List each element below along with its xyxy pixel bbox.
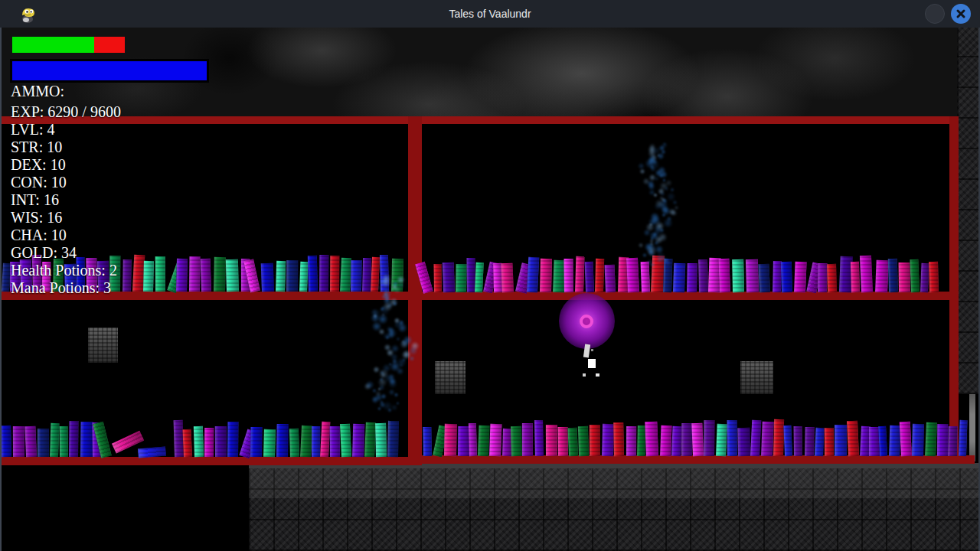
book: [575, 256, 584, 292]
book: [850, 262, 859, 293]
flame-particle: [654, 176, 659, 181]
flame-particle: [671, 210, 678, 217]
book: [286, 260, 298, 292]
book: [466, 258, 475, 292]
hud-stat-line: EXP: 6290 / 9600: [11, 103, 121, 121]
book: [1, 425, 11, 457]
hud-stat-line: AMMO:: [11, 83, 64, 100]
player-character: [583, 344, 590, 358]
book: [704, 420, 714, 456]
book: [681, 423, 692, 456]
book: [847, 421, 859, 457]
book: [687, 263, 697, 292]
book: [299, 262, 309, 292]
flame-particle: [393, 285, 401, 294]
book: [540, 259, 552, 292]
mana-bar: [10, 59, 209, 83]
book: [13, 426, 24, 457]
book: [899, 262, 910, 292]
hud-stat-line: WIS: 16: [11, 209, 62, 227]
book: [174, 420, 184, 457]
book: [875, 259, 888, 292]
book: [194, 426, 204, 457]
book: [320, 421, 330, 457]
flame-particle: [648, 250, 655, 257]
wall: [0, 457, 408, 465]
book: [727, 420, 737, 456]
book: [888, 259, 898, 293]
book: [595, 259, 604, 292]
book: [261, 263, 274, 292]
flame-particle: [638, 243, 643, 248]
book: [759, 263, 771, 292]
book: [38, 429, 49, 457]
mana-bar-fill: [12, 61, 207, 80]
book: [815, 428, 824, 456]
flame-particle: [390, 404, 398, 412]
book: [773, 419, 784, 456]
hud-stat-line: INT: 16: [11, 191, 59, 209]
hud-stat-line: LVL: 4: [11, 121, 55, 139]
book: [578, 426, 590, 456]
book: [645, 422, 658, 457]
close-button[interactable]: [951, 4, 971, 24]
book: [501, 263, 513, 292]
book: [352, 424, 364, 458]
book: [250, 427, 262, 457]
book: [948, 426, 958, 456]
flame-particle: [672, 200, 678, 205]
game-viewport[interactable]: AMMO:EXP: 6290 / 9600LVL: 4STR: 10DEX: 1…: [0, 28, 980, 551]
book: [50, 423, 59, 457]
blue-flame: [364, 279, 418, 412]
health-bar-fill: [12, 37, 94, 53]
flame-particle: [657, 152, 665, 160]
orb-core-ring: [580, 315, 593, 328]
book: [750, 420, 761, 456]
blue-flame: [638, 144, 679, 266]
book: [522, 423, 534, 456]
book: [671, 425, 681, 456]
stone-floor-highlight: [249, 463, 980, 551]
flame-particle: [394, 393, 399, 398]
book: [716, 423, 727, 456]
flame-particle: [662, 213, 666, 217]
book: [351, 260, 362, 292]
book: [433, 264, 442, 292]
top-wall: [0, 116, 957, 124]
book: [746, 259, 759, 293]
book: [879, 426, 888, 457]
hud-stat-line: CON: 10: [11, 174, 67, 191]
book: [835, 425, 847, 456]
flame-particle: [396, 337, 400, 341]
book: [387, 421, 399, 457]
book: [613, 422, 624, 456]
book: [489, 423, 501, 456]
book: [442, 262, 454, 292]
app-window: Tales of Vaalundr AMMO:EXP: 6290 / 9600L…: [0, 0, 980, 551]
hud-stat-line: GOLD: 34: [11, 244, 77, 262]
book: [80, 422, 93, 457]
book: [794, 261, 806, 292]
book: [925, 422, 936, 457]
wall: [949, 116, 959, 460]
flame-particle: [388, 379, 397, 388]
book: [143, 261, 154, 292]
book: [122, 259, 131, 292]
flame-particle: [385, 335, 390, 340]
book: [527, 257, 539, 293]
flame-particle: [665, 260, 671, 266]
book: [300, 425, 312, 458]
book: [307, 256, 317, 292]
picture-frame: [88, 328, 118, 363]
book: [553, 259, 565, 292]
stone-wall-column: [957, 28, 980, 394]
flame-particle: [639, 168, 645, 174]
book: [511, 426, 522, 456]
minimize-button[interactable]: [925, 4, 945, 24]
book: [189, 256, 200, 292]
book: [469, 423, 478, 457]
book: [780, 262, 792, 293]
book: [276, 261, 286, 292]
flame-particle: [393, 302, 397, 305]
book: [673, 263, 685, 292]
